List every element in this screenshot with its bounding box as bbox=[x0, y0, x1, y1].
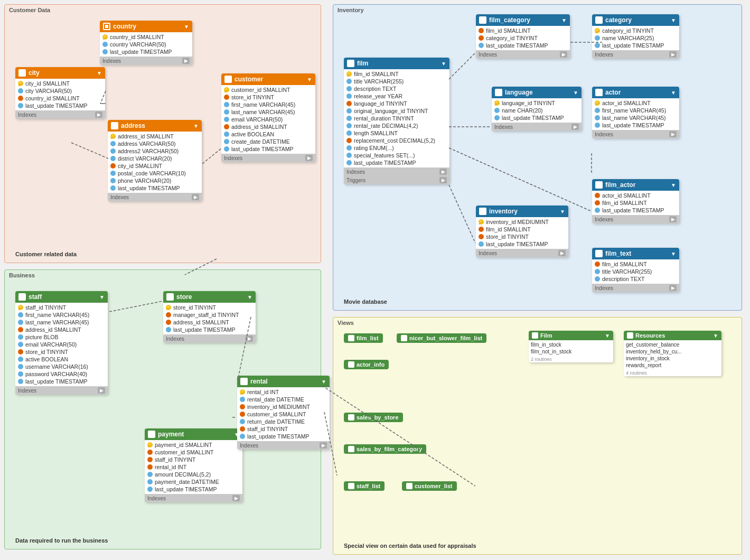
film-text-table-header[interactable]: film_text ▼ bbox=[592, 248, 679, 259]
language-table[interactable]: language ▼ 🔑language_id TINYINT name CHA… bbox=[492, 87, 582, 131]
indexes-arrow[interactable]: ▶ bbox=[305, 155, 313, 161]
film-routines-header[interactable]: Film ▼ bbox=[529, 331, 613, 340]
sales-by-film-category-view[interactable]: sales_by_film_category bbox=[344, 444, 426, 454]
country-table-chevron[interactable]: ▼ bbox=[184, 24, 189, 30]
store-table[interactable]: store ▼ 🔑store_id TINYINT manager_staff_… bbox=[163, 291, 256, 343]
sales-by-store-view[interactable]: sales_by_store bbox=[344, 413, 403, 422]
indexes-arrow[interactable]: ▶ bbox=[246, 335, 253, 342]
film-table[interactable]: film ▼ 🔑film_id SMALLINT title VARCHAR(2… bbox=[344, 58, 449, 184]
indexes-arrow[interactable]: ▶ bbox=[571, 124, 579, 130]
address-table-chevron[interactable]: ▼ bbox=[193, 123, 199, 129]
city-table-footer[interactable]: Indexes ▶ bbox=[15, 110, 105, 119]
country-table[interactable]: country ▼ 🔑country_id SMALLINT country V… bbox=[100, 21, 192, 65]
indexes-arrow[interactable]: ▶ bbox=[669, 216, 677, 222]
actor-table-header[interactable]: actor ▼ bbox=[592, 87, 679, 98]
nullable-icon bbox=[346, 130, 352, 136]
actor-table-footer[interactable]: Indexes ▶ bbox=[592, 130, 679, 138]
address-table-header[interactable]: address ▼ bbox=[108, 120, 202, 132]
payment-table-footer[interactable]: Indexes ▶ bbox=[145, 494, 242, 502]
film-table-chevron[interactable]: ▼ bbox=[441, 61, 446, 67]
language-table-footer[interactable]: Indexes ▶ bbox=[492, 123, 582, 131]
nullable-icon bbox=[224, 109, 229, 115]
triggers-arrow[interactable]: ▶ bbox=[439, 177, 447, 183]
staff-list-view[interactable]: staff_list bbox=[344, 481, 385, 491]
film-actor-table-header[interactable]: film_actor ▼ bbox=[592, 179, 679, 191]
payment-table[interactable]: payment ▼ 🔑payment_id SMALLINT customer_… bbox=[145, 428, 242, 502]
payment-table-header[interactable]: payment ▼ bbox=[145, 428, 242, 440]
film-list-view[interactable]: film_list bbox=[344, 333, 383, 343]
film-routines-chevron[interactable]: ▼ bbox=[605, 333, 610, 339]
country-table-header[interactable]: country ▼ bbox=[100, 21, 192, 32]
actor-info-view[interactable]: actor_info bbox=[344, 360, 389, 369]
rental-table-chevron[interactable]: ▼ bbox=[321, 379, 326, 385]
film-actor-table-footer[interactable]: Indexes ▶ bbox=[592, 215, 679, 223]
indexes-arrow[interactable]: ▶ bbox=[192, 194, 199, 200]
indexes-arrow[interactable]: ▶ bbox=[560, 51, 567, 58]
language-table-chevron[interactable]: ▼ bbox=[573, 90, 578, 96]
indexes-arrow[interactable]: ▶ bbox=[439, 169, 447, 175]
film-category-table-header[interactable]: film_category ▼ bbox=[476, 14, 570, 26]
staff-table-chevron[interactable]: ▼ bbox=[99, 294, 105, 300]
category-table-header[interactable]: category ▼ bbox=[592, 14, 679, 26]
staff-table-header[interactable]: staff ▼ bbox=[15, 291, 108, 303]
indexes-arrow[interactable]: ▶ bbox=[558, 250, 566, 256]
resources-routines-header[interactable]: Resources ▼ bbox=[624, 331, 721, 340]
film-actor-table[interactable]: film_actor ▼ actor_id SMALLINT film_id S… bbox=[592, 179, 679, 223]
indexes-arrow[interactable]: ▶ bbox=[669, 131, 677, 137]
film-text-table[interactable]: film_text ▼ film_id SMALLINT title VARCH… bbox=[592, 248, 679, 292]
rental-table-header[interactable]: rental ▼ bbox=[237, 376, 330, 387]
indexes-arrow[interactable]: ▶ bbox=[232, 495, 240, 501]
address-table-footer[interactable]: Indexes ▶ bbox=[108, 193, 202, 201]
nullable-icon bbox=[224, 132, 229, 137]
rental-table-footer[interactable]: Indexes ▶ bbox=[237, 441, 330, 450]
indexes-arrow[interactable]: ▶ bbox=[669, 51, 677, 58]
resources-routines-chevron[interactable]: ▼ bbox=[713, 333, 718, 339]
customer-list-view[interactable]: customer_list bbox=[402, 481, 457, 491]
film-table-indexes[interactable]: Indexes ▶ bbox=[344, 167, 449, 176]
actor-table-chevron[interactable]: ▼ bbox=[671, 90, 676, 96]
film-category-table[interactable]: film_category ▼ film_id SMALLINT categor… bbox=[476, 14, 570, 59]
film-text-table-chevron[interactable]: ▼ bbox=[671, 251, 676, 257]
inventory-table-chevron[interactable]: ▼ bbox=[560, 209, 565, 214]
inventory-table-header[interactable]: inventory ▼ bbox=[476, 206, 568, 217]
category-table-footer[interactable]: Indexes ▶ bbox=[592, 50, 679, 59]
indexes-arrow[interactable]: ▶ bbox=[182, 58, 190, 64]
table-row: first_name VARCHAR(45) bbox=[15, 311, 108, 319]
store-table-header[interactable]: store ▼ bbox=[163, 291, 256, 303]
category-table[interactable]: category ▼ 🔑category_id TINYINT name VAR… bbox=[592, 14, 679, 59]
customer-table-chevron[interactable]: ▼ bbox=[307, 77, 312, 82]
store-table-chevron[interactable]: ▼ bbox=[247, 294, 252, 300]
inventory-table-footer[interactable]: Indexes ▶ bbox=[476, 249, 568, 257]
indexes-arrow[interactable]: ▶ bbox=[98, 387, 105, 394]
city-table-header[interactable]: city ▼ bbox=[15, 67, 105, 79]
customer-table-icon bbox=[224, 76, 232, 83]
city-table-chevron[interactable]: ▼ bbox=[97, 70, 102, 76]
actor-table[interactable]: actor ▼ 🔑actor_id SMALLINT first_name VA… bbox=[592, 87, 679, 138]
film-table-header[interactable]: film ▼ bbox=[344, 58, 449, 69]
staff-table-footer[interactable]: Indexes ▶ bbox=[15, 386, 108, 395]
country-table-footer[interactable]: Indexes ▶ bbox=[100, 57, 192, 65]
customer-table-header[interactable]: customer ▼ bbox=[221, 73, 315, 85]
address-table[interactable]: address ▼ 🔑address_id SMALLINT address V… bbox=[108, 120, 202, 201]
customer-table-footer[interactable]: Indexes ▶ bbox=[221, 154, 315, 162]
inventory-table[interactable]: inventory ▼ 🔑inventory_id MEDIUMINT film… bbox=[476, 206, 568, 257]
film-actor-table-chevron[interactable]: ▼ bbox=[671, 182, 676, 188]
language-table-header[interactable]: language ▼ bbox=[492, 87, 582, 98]
film-category-table-footer[interactable]: Indexes ▶ bbox=[476, 50, 570, 59]
city-table[interactable]: city ▼ 🔑city_id SMALLINT city VARCHAR(50… bbox=[15, 67, 105, 119]
staff-table[interactable]: staff ▼ 🔑staff_id TINYINT first_name VAR… bbox=[15, 291, 108, 395]
rental-table[interactable]: rental ▼ 🔑rental_id INT rental_date DATE… bbox=[237, 376, 330, 450]
film-table-triggers[interactable]: Triggers ▶ bbox=[344, 176, 449, 184]
indexes-arrow[interactable]: ▶ bbox=[669, 285, 677, 291]
film-text-table-footer[interactable]: Indexes ▶ bbox=[592, 284, 679, 292]
film-category-table-chevron[interactable]: ▼ bbox=[561, 17, 567, 23]
customer-table[interactable]: customer ▼ 🔑customer_id SMALLINT store_i… bbox=[221, 73, 315, 162]
store-table-footer[interactable]: Indexes ▶ bbox=[163, 334, 256, 343]
category-table-chevron[interactable]: ▼ bbox=[671, 17, 676, 23]
film-routines-table[interactable]: Film ▼ film_in_stock film_not_in_stock 2… bbox=[529, 331, 613, 362]
nicer-film-list-view[interactable]: nicer_but_slower_film_list bbox=[397, 333, 486, 343]
indexes-arrow[interactable]: ▶ bbox=[320, 442, 327, 449]
nullable-icon bbox=[166, 327, 171, 332]
indexes-arrow[interactable]: ▶ bbox=[95, 111, 102, 118]
resources-routines-table[interactable]: Resources ▼ get_customer_balance invento… bbox=[624, 331, 721, 376]
